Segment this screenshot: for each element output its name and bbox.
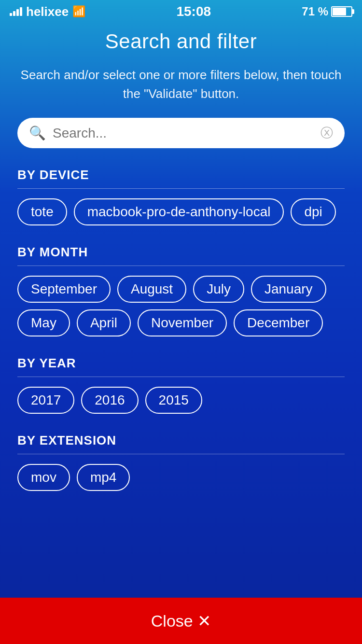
search-container: 🔍 ⓧ [0, 113, 362, 158]
month-chip-july[interactable]: July [193, 276, 244, 303]
battery-percent: 71 % [302, 5, 328, 18]
device-chip-macbook[interactable]: macbook-pro-de-anthony-local [74, 198, 284, 225]
by-device-chips: tote macbook-pro-de-anthony-local dpi [17, 198, 345, 230]
device-chip-tote[interactable]: tote [17, 198, 67, 225]
year-chip-2016[interactable]: 2016 [81, 387, 138, 414]
by-year-label: BY YEAR [17, 356, 345, 371]
by-extension-label: BY EXTENSION [17, 433, 345, 448]
by-device-section: BY DEVICE tote macbook-pro-de-anthony-lo… [0, 158, 362, 235]
by-year-section: BY YEAR 2017 2016 2015 [0, 346, 362, 423]
ext-chip-mp4[interactable]: mp4 [77, 464, 130, 491]
by-month-label: BY MONTH [17, 245, 345, 260]
by-year-chips: 2017 2016 2015 [17, 387, 345, 419]
search-input[interactable] [53, 126, 314, 141]
wifi-icon: 📶 [72, 5, 85, 18]
clear-search-button[interactable]: ⓧ [320, 125, 333, 141]
by-device-divider [17, 188, 345, 189]
month-chip-september[interactable]: September [17, 276, 111, 303]
status-bar: helixee 📶 15:08 71 % [0, 0, 362, 21]
month-chip-november[interactable]: November [138, 309, 227, 336]
page-description: Search and/or select one or more filters… [0, 58, 362, 113]
by-year-divider [17, 377, 345, 377]
page-title: Search and filter [0, 21, 362, 58]
by-extension-divider [17, 454, 345, 454]
by-month-section: BY MONTH September August July January M… [0, 235, 362, 346]
device-chip-dpi[interactable]: dpi [291, 198, 335, 225]
by-device-label: BY DEVICE [17, 168, 345, 182]
search-box: 🔍 ⓧ [17, 118, 345, 148]
by-month-divider [17, 266, 345, 266]
signal-icon [10, 7, 22, 16]
month-chip-august[interactable]: August [117, 276, 186, 303]
battery-icon [331, 6, 352, 17]
status-right: 71 % [302, 5, 352, 18]
ext-chip-mov[interactable]: mov [17, 464, 70, 491]
close-button[interactable]: Close ✕ [0, 598, 362, 644]
time-label: 15:08 [176, 4, 211, 19]
by-month-chips: September August July January May April … [17, 276, 345, 341]
month-chip-december[interactable]: December [234, 309, 323, 336]
month-chip-may[interactable]: May [17, 309, 70, 336]
status-left: helixee 📶 [10, 4, 85, 19]
month-chip-january[interactable]: January [251, 276, 326, 303]
carrier-label: helixee [26, 4, 69, 19]
month-chip-april[interactable]: April [77, 309, 131, 336]
by-extension-section: BY EXTENSION mov mp4 [0, 423, 362, 501]
year-chip-2017[interactable]: 2017 [17, 387, 74, 414]
by-extension-chips: mov mp4 [17, 464, 345, 496]
search-icon: 🔍 [29, 125, 46, 141]
year-chip-2015[interactable]: 2015 [145, 387, 202, 414]
